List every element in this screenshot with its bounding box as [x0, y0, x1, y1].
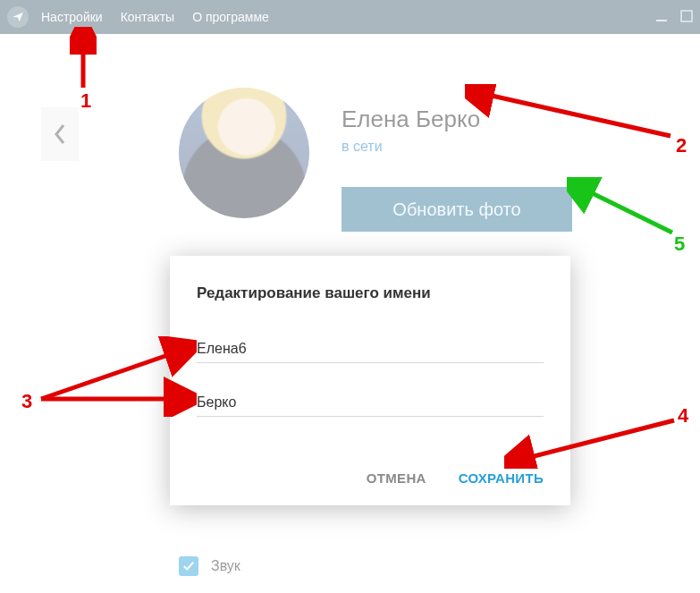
back-button[interactable] — [41, 107, 79, 161]
sound-label: Звук — [211, 558, 240, 574]
title-bar: Настройки Контакты О программе — [0, 0, 700, 34]
app-icon — [7, 6, 29, 28]
annotation-number-2: 2 — [676, 134, 687, 157]
annotation-number-1: 1 — [80, 89, 91, 113]
paper-plane-icon — [12, 11, 24, 23]
minimize-icon — [655, 10, 668, 22]
svg-rect-0 — [656, 20, 667, 21]
last-name-input[interactable] — [197, 392, 544, 417]
first-name-input[interactable] — [197, 338, 544, 363]
annotation-number-4: 4 — [678, 404, 688, 428]
maximize-icon — [680, 10, 693, 22]
save-button[interactable]: СОХРАНИТЬ — [459, 470, 544, 486]
svg-rect-1 — [681, 11, 692, 21]
update-photo-button[interactable]: Обновить фото — [342, 187, 572, 232]
cancel-button[interactable]: ОТМЕНА — [367, 470, 426, 486]
edit-name-dialog: Редактирование вашего имени ОТМЕНА СОХРА… — [170, 256, 570, 505]
maximize-button[interactable] — [680, 10, 693, 25]
avatar — [179, 88, 309, 218]
setting-sound-row: Звук — [179, 556, 700, 576]
menu-settings[interactable]: Настройки — [41, 10, 103, 24]
profile-name: Елена Берко — [342, 106, 572, 133]
minimize-button[interactable] — [655, 10, 668, 25]
annotation-number-5: 5 — [674, 233, 685, 256]
annotation-number-3: 3 — [21, 390, 32, 413]
sound-checkbox[interactable] — [179, 556, 198, 576]
profile-status: в сети — [342, 139, 572, 155]
chevron-left-icon — [54, 123, 66, 145]
menu-about[interactable]: О программе — [192, 10, 269, 24]
menu-contacts[interactable]: Контакты — [121, 10, 174, 24]
check-icon — [182, 560, 195, 572]
dialog-title: Редактирование вашего имени — [197, 284, 544, 302]
